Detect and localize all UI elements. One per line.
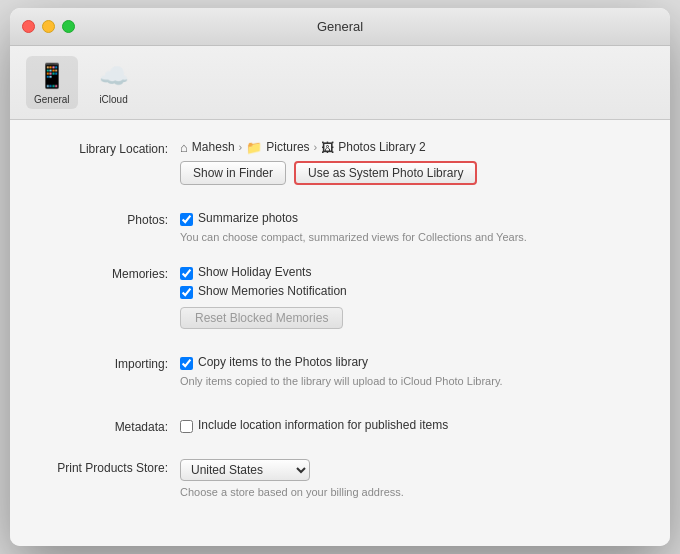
copy-helper: Only items copied to the library will up… [180,374,640,389]
summarize-checkbox-row: Summarize photos [180,211,640,226]
copy-checkbox[interactable] [180,357,193,370]
library-buttons: Show in Finder Use as System Photo Libra… [180,161,640,185]
store-select-wrapper: United States Canada United Kingdom Aust… [180,459,640,481]
library-location-row: Library Location: ⌂ Mahesh › 📁 Pictures … [40,140,640,197]
traffic-lights [22,20,75,33]
metadata-content: Include location information for publish… [180,418,640,437]
location-label: Include location information for publish… [198,418,448,432]
summarize-helper: You can choose compact, summarized views… [180,230,640,245]
library-location-label: Library Location: [40,140,180,156]
reset-blocked-memories-button[interactable]: Reset Blocked Memories [180,307,343,329]
general-icon: 📱 [36,60,68,92]
library-icon: 🖼 [321,140,334,155]
importing-label: Importing: [40,355,180,371]
store-helper: Choose a store based on your billing add… [180,485,640,500]
chevron-icon-1: › [239,141,243,153]
copy-checkbox-row: Copy items to the Photos library [180,355,640,370]
photos-row: Photos: Summarize photos You can choose … [40,211,640,251]
photos-label: Photos: [40,211,180,227]
library-location-content: ⌂ Mahesh › 📁 Pictures › 🖼 Photos Library… [180,140,640,197]
print-store-row: Print Products Store: United States Cana… [40,459,640,506]
importing-row: Importing: Copy items to the Photos libr… [40,355,640,403]
minimize-button[interactable] [42,20,55,33]
memories-content: Show Holiday Events Show Memories Notifi… [180,265,640,333]
photos-content: Summarize photos You can choose compact,… [180,211,640,251]
folder-icon: 📁 [246,140,262,155]
notification-checkbox[interactable] [180,286,193,299]
library-path: ⌂ Mahesh › 📁 Pictures › 🖼 Photos Library… [180,140,640,155]
use-as-system-photo-library-button[interactable]: Use as System Photo Library [294,161,477,185]
content-area: Library Location: ⌂ Mahesh › 📁 Pictures … [10,120,670,546]
summarize-label: Summarize photos [198,211,298,225]
chevron-icon-2: › [314,141,318,153]
icloud-icon: ☁️ [98,60,130,92]
location-checkbox-row: Include location information for publish… [180,418,640,433]
titlebar: General [10,8,670,46]
toolbar-icloud-button[interactable]: ☁️ iCloud [90,56,138,109]
maximize-button[interactable] [62,20,75,33]
summarize-checkbox[interactable] [180,213,193,226]
close-button[interactable] [22,20,35,33]
path-library: Photos Library 2 [338,140,425,154]
print-store-content: United States Canada United Kingdom Aust… [180,459,640,506]
icloud-label: iCloud [99,94,127,105]
metadata-row: Metadata: Include location information f… [40,418,640,445]
main-window: General 📱 General ☁️ iCloud Library Loca… [10,8,670,546]
holiday-checkbox[interactable] [180,267,193,280]
notification-checkbox-row: Show Memories Notification [180,284,640,299]
store-select[interactable]: United States Canada United Kingdom Aust… [180,459,310,481]
window-title: General [317,19,363,34]
toolbar-general-button[interactable]: 📱 General [26,56,78,109]
home-icon: ⌂ [180,140,188,155]
copy-label: Copy items to the Photos library [198,355,368,369]
notification-label: Show Memories Notification [198,284,347,298]
path-pictures: Pictures [266,140,309,154]
importing-content: Copy items to the Photos library Only it… [180,355,640,395]
holiday-label: Show Holiday Events [198,265,311,279]
general-label: General [34,94,70,105]
memories-row: Memories: Show Holiday Events Show Memor… [40,265,640,341]
holiday-checkbox-row: Show Holiday Events [180,265,640,280]
memories-label: Memories: [40,265,180,281]
metadata-label: Metadata: [40,418,180,434]
toolbar: 📱 General ☁️ iCloud [10,46,670,120]
path-home: Mahesh [192,140,235,154]
location-checkbox[interactable] [180,420,193,433]
show-in-finder-button[interactable]: Show in Finder [180,161,286,185]
print-store-label: Print Products Store: [40,459,180,475]
